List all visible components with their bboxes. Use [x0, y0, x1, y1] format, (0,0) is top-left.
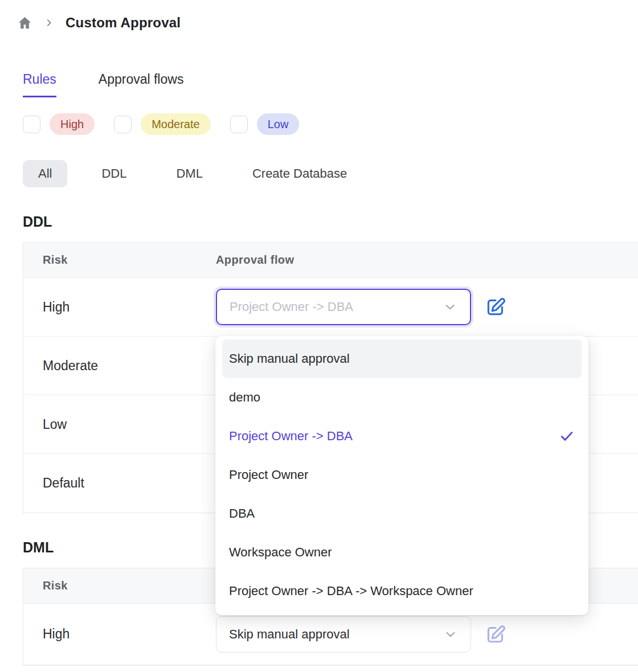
select-value: Project Owner -> DBA [230, 300, 353, 314]
risk-column-header: Risk [43, 579, 216, 592]
risk-label: High [43, 300, 216, 315]
risk-filter-high: High [23, 113, 95, 135]
dml-high-approval-flow-select[interactable]: Skip manual approval [216, 616, 471, 653]
check-icon [559, 428, 575, 444]
risk-filter-low: Low [230, 113, 300, 135]
risk-label: Moderate [43, 358, 216, 374]
risk-column-header: Risk [43, 253, 216, 267]
chevron-down-icon [443, 627, 458, 642]
tab-rules[interactable]: Rules [23, 72, 56, 97]
high-badge[interactable]: High [50, 113, 95, 135]
ddl-row-high: High Project Owner -> DBA [23, 278, 638, 337]
category-dml[interactable]: DML [161, 160, 218, 187]
edit-approval-flow-button[interactable] [485, 624, 506, 645]
edit-approval-flow-button[interactable] [485, 296, 506, 318]
low-checkbox[interactable] [230, 116, 248, 133]
dropdown-option-workspace-owner[interactable]: Workspace Owner [222, 533, 582, 572]
dropdown-option-dba[interactable]: DBA [222, 494, 582, 533]
risk-label: Low [43, 417, 216, 432]
ddl-table-header: Risk Approval flow [23, 243, 638, 278]
moderate-badge[interactable]: Moderate [141, 113, 211, 135]
ddl-high-approval-flow-select[interactable]: Project Owner -> DBA [216, 289, 471, 325]
risk-filter-moderate: Moderate [114, 113, 211, 135]
category-all[interactable]: All [23, 160, 67, 187]
custom-approval-page: Custom Approval Rules Approval flows Hig… [0, 0, 638, 672]
dropdown-option-demo[interactable]: demo [222, 378, 582, 417]
approval-flow-dropdown: Skip manual approval demo Project Owner … [215, 336, 588, 615]
risk-filter-bar: High Moderate Low [23, 113, 638, 135]
approval-flow-column-header: Approval flow [216, 253, 638, 267]
dropdown-option-project-owner-dba[interactable]: Project Owner -> DBA [222, 417, 582, 456]
ddl-section-title: DDL [23, 214, 638, 230]
low-badge[interactable]: Low [257, 113, 300, 135]
page-title: Custom Approval [66, 15, 181, 31]
select-value: Skip manual approval [229, 627, 350, 642]
tab-bar: Rules Approval flows [23, 72, 638, 97]
tab-approval-flows[interactable]: Approval flows [99, 72, 184, 97]
chevron-right-icon [44, 18, 54, 28]
option-label: Project Owner -> DBA [229, 429, 353, 444]
category-ddl[interactable]: DDL [86, 160, 142, 187]
dropdown-option-project-owner[interactable]: Project Owner [222, 456, 582, 494]
risk-label: Default [43, 476, 216, 491]
dropdown-option-skip-manual-approval[interactable]: Skip manual approval [222, 339, 582, 378]
high-checkbox[interactable] [23, 116, 40, 133]
chevron-down-icon [443, 300, 457, 314]
risk-label: High [43, 626, 216, 642]
moderate-checkbox[interactable] [114, 116, 132, 133]
category-create-database[interactable]: Create Database [237, 160, 362, 187]
dropdown-option-project-owner-dba-workspace-owner[interactable]: Project Owner -> DBA -> Workspace Owner [222, 572, 582, 610]
breadcrumb: Custom Approval [0, 0, 638, 31]
category-filter: All DDL DML Create Database [23, 160, 638, 187]
home-icon[interactable] [17, 15, 32, 31]
